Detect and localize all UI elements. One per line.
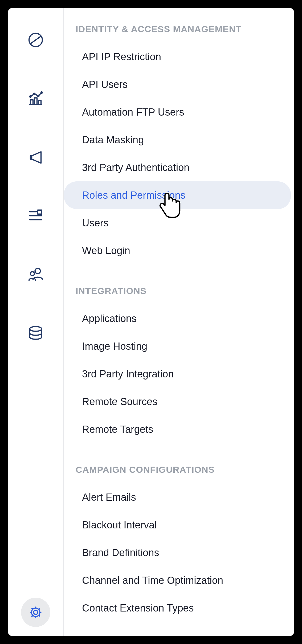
menu-item-api-ip-restriction[interactable]: API IP Restriction xyxy=(64,43,291,71)
menu-item-applications[interactable]: Applications xyxy=(64,305,291,332)
svg-point-5 xyxy=(34,93,35,95)
menu-item-users[interactable]: Users xyxy=(64,209,291,237)
megaphone-icon[interactable] xyxy=(28,149,44,165)
nav-rail xyxy=(8,8,64,636)
menu-item-automation-ftp-users[interactable]: Automation FTP Users xyxy=(64,98,291,126)
settings-button[interactable] xyxy=(21,598,50,627)
analytics-icon[interactable] xyxy=(28,91,44,107)
svg-rect-3 xyxy=(38,101,41,105)
menu-item-remote-sources[interactable]: Remote Sources xyxy=(64,388,291,415)
menu-item-api-users[interactable]: API Users xyxy=(64,71,291,98)
settings-menu-panel: IDENTITY & ACCESS MANAGEMENT API IP Rest… xyxy=(64,8,294,636)
svg-point-15 xyxy=(34,610,38,614)
section-title-integrations: INTEGRATIONS xyxy=(64,286,294,305)
menu-item-channel-time-optimization[interactable]: Channel and Time Optimization xyxy=(64,566,291,594)
menu-item-web-login[interactable]: Web Login xyxy=(64,237,291,264)
list-layout-icon[interactable] xyxy=(28,208,44,224)
menu-item-blackout-interval[interactable]: Blackout Interval xyxy=(64,511,291,539)
svg-point-14 xyxy=(30,327,42,331)
menu-item-data-masking[interactable]: Data Masking xyxy=(64,126,291,154)
svg-point-13 xyxy=(30,272,34,276)
section-title-identity: IDENTITY & ACCESS MANAGEMENT xyxy=(64,24,294,43)
svg-point-12 xyxy=(35,268,40,274)
menu-item-3rd-party-integration[interactable]: 3rd Party Integration xyxy=(64,360,291,388)
database-icon[interactable] xyxy=(28,325,44,341)
svg-point-6 xyxy=(38,95,39,97)
section-title-campaign-config: CAMPAIGN CONFIGURATIONS xyxy=(64,464,294,483)
svg-point-7 xyxy=(41,92,42,93)
menu-item-remote-targets[interactable]: Remote Targets xyxy=(64,415,291,443)
svg-point-4 xyxy=(30,96,31,97)
menu-item-brand-definitions[interactable]: Brand Definitions xyxy=(64,539,291,566)
menu-item-contact-extension-types[interactable]: Contact Extension Types xyxy=(64,594,291,622)
svg-rect-1 xyxy=(30,100,33,105)
svg-rect-2 xyxy=(34,98,37,105)
people-icon[interactable] xyxy=(28,266,44,282)
gear-icon xyxy=(28,605,43,619)
menu-item-alert-emails[interactable]: Alert Emails xyxy=(64,483,291,511)
menu-item-roles-and-permissions[interactable]: Roles and Permissions xyxy=(64,181,291,209)
pie-chart-icon[interactable] xyxy=(28,32,44,48)
svg-point-16 xyxy=(31,608,40,617)
menu-item-3rd-party-authentication[interactable]: 3rd Party Authentication xyxy=(64,154,291,181)
svg-rect-9 xyxy=(38,210,42,214)
menu-item-image-hosting[interactable]: Image Hosting xyxy=(64,332,291,360)
app-frame: IDENTITY & ACCESS MANAGEMENT API IP Rest… xyxy=(8,8,294,636)
